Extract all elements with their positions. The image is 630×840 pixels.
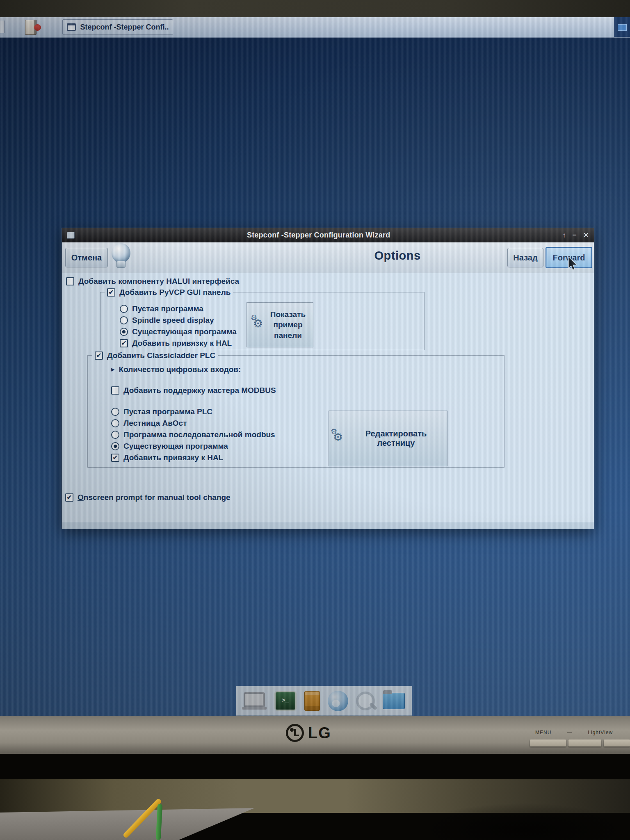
window-menu-icon[interactable]: [67, 232, 75, 239]
check-mark-icon: ✔: [96, 352, 101, 359]
text-editor-icon[interactable]: [304, 691, 320, 711]
bulb-base: [116, 261, 126, 268]
radio-plc-serial-modbus[interactable]: Программа последовательной modbus: [111, 429, 275, 440]
options-content: Добавить компоненту HALUI интерфейса ✔ Д…: [62, 273, 594, 522]
desk-area: [0, 754, 630, 840]
checkbox-halui[interactable]: Добавить компоненту HALUI интерфейса: [66, 276, 239, 287]
cancel-button[interactable]: Отмена: [65, 248, 108, 267]
radio-icon: [111, 419, 119, 427]
back-button[interactable]: Назад: [507, 248, 543, 267]
search-icon[interactable]: [356, 692, 375, 710]
gears-icon: ⚙ ⚙: [251, 317, 266, 333]
radio-icon: [111, 431, 119, 439]
close-button[interactable]: ✕: [583, 232, 589, 239]
monitor-screen: Stepconf -Stepper Confi... Stepconf -Ste…: [0, 17, 630, 716]
checkbox-pyvcp-hal[interactable]: ✔ Добавить привязку к HAL: [120, 338, 232, 349]
room-background-top: [0, 0, 630, 17]
app-launcher-icon[interactable]: [23, 19, 45, 35]
checkbox-icon: ✔: [120, 339, 128, 347]
pyvcp-group-label: Добавить PyVCP GUI панель: [119, 288, 231, 297]
radio-icon: [120, 316, 128, 324]
expander-digital-inputs[interactable]: ▸ Количество цифровых входов:: [111, 364, 241, 375]
checkbox-icon: ✔: [111, 454, 119, 462]
window-title: Stepconf -Stepper Configuration Wizard: [75, 231, 562, 240]
menu-button-label: MENU: [535, 730, 551, 735]
checkbox-icon: ✔: [65, 493, 73, 502]
file-manager-icon[interactable]: [383, 693, 405, 709]
lightview-button-label: LightView: [588, 730, 613, 735]
radio-plc-existing-program[interactable]: Существующая программа: [111, 441, 228, 452]
radio-plc-estop-ladder[interactable]: Лестница АвОст: [111, 418, 187, 429]
check-mark-icon: ✔: [66, 494, 72, 501]
minimize-button[interactable]: −: [573, 232, 577, 239]
checkbox-icon: [66, 277, 74, 285]
radio-label: Пустая программа PLC: [123, 407, 212, 416]
taskbar-window-label: Stepconf -Stepper Confi...: [80, 23, 169, 32]
bezel-labels: MENU — LightView: [535, 730, 613, 735]
edit-ladder-label: Редактировать лестницу: [347, 429, 445, 448]
checkbox-label: Добавить поддержку мастера MODBUS: [123, 386, 276, 395]
radio-pyvcp-spindle-display[interactable]: Spindle speed display: [120, 315, 214, 326]
taskbar-edge-icon[interactable]: [0, 21, 5, 33]
shade-button[interactable]: ↑: [562, 232, 566, 239]
radio-label: Существующая программа: [132, 327, 237, 336]
checkbox-modbus-master[interactable]: Добавить поддержку мастера MODBUS: [111, 385, 276, 396]
show-panel-sample-label: Показать пример панели: [267, 309, 308, 341]
checkbox-manual-tool-change[interactable]: ✔ Onscreen prompt for manual tool change: [65, 492, 231, 503]
monitor-menu-button[interactable]: [530, 740, 566, 746]
checkbox-label: Onscreen prompt for manual tool change: [78, 493, 231, 502]
lg-logo: LG: [286, 724, 331, 742]
radio-plc-blank-program[interactable]: Пустая программа PLC: [111, 406, 212, 417]
checkbox-classicladder-hal[interactable]: ✔ Добавить привязку к HAL: [111, 452, 223, 463]
checkbox-classicladder-group[interactable]: ✔ Добавить Classicladder PLC: [92, 350, 218, 361]
lg-face-icon: [286, 724, 304, 742]
show-panel-sample-button[interactable]: ⚙ ⚙ Показать пример панели: [247, 302, 313, 347]
window-bottom-band: [62, 522, 594, 529]
monitor-lightview-button[interactable]: [604, 740, 630, 746]
monitor-adjust-button[interactable]: [568, 740, 601, 746]
checkbox-label: Добавить привязку к HAL: [132, 339, 232, 348]
radio-label: Существующая программа: [123, 442, 228, 451]
radio-icon: [111, 408, 119, 416]
window-icon: [67, 23, 76, 31]
radio-label: Лестница АвОст: [123, 419, 187, 428]
checkbox-icon: ✔: [95, 352, 103, 360]
dock-panel: >_: [236, 686, 412, 716]
mouse-cursor: [568, 257, 578, 273]
radio-label: Spindle speed display: [132, 316, 214, 325]
radio-selected-icon: [120, 328, 128, 336]
classicladder-group-label: Добавить Classicladder PLC: [107, 351, 215, 360]
bulb-glass: [112, 243, 130, 263]
page-title: Options: [374, 249, 420, 262]
workspace-thumbnail: [618, 24, 627, 31]
check-mark-icon: ✔: [108, 289, 114, 296]
radio-pyvcp-existing-program[interactable]: Существующая программа: [120, 326, 237, 337]
checkbox-icon: ✔: [107, 288, 115, 297]
monitor-bezel: LG MENU — LightView: [0, 716, 630, 756]
terminal-icon[interactable]: >_: [274, 691, 297, 711]
radio-icon: [120, 305, 128, 313]
taskbar-window-button[interactable]: Stepconf -Stepper Confi...: [62, 19, 173, 35]
check-mark-icon: ✔: [121, 340, 126, 347]
minus-button-label: —: [567, 730, 572, 735]
radio-pyvcp-blank-program[interactable]: Пустая программа: [120, 303, 203, 314]
checkbox-label: Добавить привязку к HAL: [123, 453, 223, 462]
expander-label: Количество цифровых входов:: [119, 365, 241, 374]
radio-selected-icon: [111, 442, 119, 450]
stepconf-window: Stepconf -Stepper Configuration Wizard ↑…: [62, 228, 594, 529]
expander-triangle-icon: ▸: [111, 365, 115, 374]
workspace-pager[interactable]: [614, 17, 630, 37]
laptop-icon[interactable]: [244, 692, 267, 710]
window-controls: ↑ − ✕: [562, 232, 589, 239]
check-mark-icon: ✔: [112, 454, 118, 461]
checkbox-pyvcp-group[interactable]: ✔ Добавить PyVCP GUI панель: [105, 287, 233, 298]
checkbox-halui-label: Добавить компоненту HALUI интерфейса: [78, 277, 239, 286]
photo-of-monitor: Stepconf -Stepper Confi... Stepconf -Ste…: [0, 0, 630, 840]
radio-label: Пустая программа: [132, 304, 203, 313]
wizard-header: Отмена Options Назад Forward: [62, 242, 594, 274]
titlebar[interactable]: Stepconf -Stepper Configuration Wizard ↑…: [62, 228, 594, 242]
red-dot-icon: [34, 24, 41, 31]
checkbox-icon: [111, 386, 119, 395]
web-browser-icon[interactable]: [328, 691, 348, 711]
edit-ladder-button[interactable]: ⚙ ⚙ Редактировать лестницу: [329, 411, 447, 466]
